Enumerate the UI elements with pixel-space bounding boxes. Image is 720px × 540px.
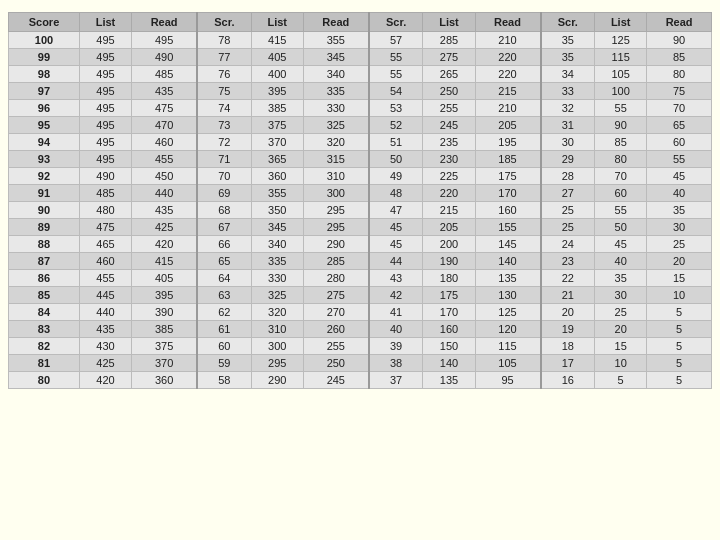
cell-r9-c3: 69	[197, 185, 251, 202]
cell-r8-c9: 28	[541, 168, 595, 185]
cell-r6-c9: 30	[541, 134, 595, 151]
cell-r18-c4: 300	[251, 338, 303, 355]
cell-r17-c9: 19	[541, 321, 595, 338]
cell-r11-c9: 25	[541, 219, 595, 236]
cell-r11-c7: 205	[423, 219, 475, 236]
col-header-10: List	[595, 13, 647, 32]
cell-r4-c7: 255	[423, 100, 475, 117]
table-row: 854453956332527542175130213010	[9, 287, 712, 304]
cell-r8-c5: 310	[303, 168, 369, 185]
cell-r19-c1: 425	[79, 355, 131, 372]
cell-r10-c8: 160	[475, 202, 541, 219]
cell-r0-c6: 57	[369, 32, 423, 49]
cell-r7-c8: 185	[475, 151, 541, 168]
cell-r3-c10: 100	[595, 83, 647, 100]
cell-r0-c4: 415	[251, 32, 303, 49]
cell-r20-c8: 95	[475, 372, 541, 389]
cell-r1-c5: 345	[303, 49, 369, 66]
cell-r4-c8: 210	[475, 100, 541, 117]
cell-r2-c0: 98	[9, 66, 80, 83]
cell-r16-c5: 270	[303, 304, 369, 321]
cell-r8-c0: 92	[9, 168, 80, 185]
cell-r4-c11: 70	[647, 100, 712, 117]
cell-r15-c5: 275	[303, 287, 369, 304]
cell-r16-c11: 5	[647, 304, 712, 321]
table-row: 874604156533528544190140234020	[9, 253, 712, 270]
cell-r1-c1: 495	[79, 49, 131, 66]
cell-r15-c1: 445	[79, 287, 131, 304]
cell-r11-c8: 155	[475, 219, 541, 236]
cell-r7-c2: 455	[132, 151, 198, 168]
cell-r19-c3: 59	[197, 355, 251, 372]
cell-r15-c7: 175	[423, 287, 475, 304]
cell-r5-c11: 65	[647, 117, 712, 134]
cell-r16-c10: 25	[595, 304, 647, 321]
cell-r1-c4: 405	[251, 49, 303, 66]
table-row: 894754256734529545205155255030	[9, 219, 712, 236]
table-row: 82430375603002553915011518155	[9, 338, 712, 355]
cell-r13-c10: 40	[595, 253, 647, 270]
cell-r17-c8: 120	[475, 321, 541, 338]
cell-r8-c4: 360	[251, 168, 303, 185]
table-row: 9749543575395335542502153310075	[9, 83, 712, 100]
cell-r18-c7: 150	[423, 338, 475, 355]
table-row: 804203605829024537135951655	[9, 372, 712, 389]
cell-r3-c11: 75	[647, 83, 712, 100]
cell-r20-c7: 135	[423, 372, 475, 389]
cell-r11-c4: 345	[251, 219, 303, 236]
cell-r19-c7: 140	[423, 355, 475, 372]
cell-r6-c8: 195	[475, 134, 541, 151]
cell-r2-c3: 76	[197, 66, 251, 83]
cell-r18-c9: 18	[541, 338, 595, 355]
cell-r20-c4: 290	[251, 372, 303, 389]
cell-r0-c3: 78	[197, 32, 251, 49]
cell-r5-c0: 95	[9, 117, 80, 134]
cell-r9-c0: 91	[9, 185, 80, 202]
col-header-3: Scr.	[197, 13, 251, 32]
cell-r2-c1: 495	[79, 66, 131, 83]
cell-r8-c6: 49	[369, 168, 423, 185]
cell-r11-c6: 45	[369, 219, 423, 236]
cell-r10-c4: 350	[251, 202, 303, 219]
cell-r9-c8: 170	[475, 185, 541, 202]
table-row: 914854406935530048220170276040	[9, 185, 712, 202]
cell-r3-c2: 435	[132, 83, 198, 100]
cell-r15-c8: 130	[475, 287, 541, 304]
table-row: 84440390623202704117012520255	[9, 304, 712, 321]
cell-r16-c9: 20	[541, 304, 595, 321]
cell-r0-c9: 35	[541, 32, 595, 49]
cell-r4-c5: 330	[303, 100, 369, 117]
cell-r4-c2: 475	[132, 100, 198, 117]
cell-r6-c2: 460	[132, 134, 198, 151]
cell-r12-c3: 66	[197, 236, 251, 253]
cell-r6-c0: 94	[9, 134, 80, 151]
cell-r13-c0: 87	[9, 253, 80, 270]
cell-r4-c4: 385	[251, 100, 303, 117]
cell-r15-c0: 85	[9, 287, 80, 304]
cell-r6-c6: 51	[369, 134, 423, 151]
table-row: 954954707337532552245205319065	[9, 117, 712, 134]
cell-r5-c2: 470	[132, 117, 198, 134]
cell-r9-c5: 300	[303, 185, 369, 202]
cell-r17-c11: 5	[647, 321, 712, 338]
cell-r2-c11: 80	[647, 66, 712, 83]
table-row: 81425370592952503814010517105	[9, 355, 712, 372]
cell-r16-c4: 320	[251, 304, 303, 321]
table-row: 9849548576400340552652203410580	[9, 66, 712, 83]
cell-r8-c7: 225	[423, 168, 475, 185]
cell-r19-c0: 81	[9, 355, 80, 372]
cell-r14-c6: 43	[369, 270, 423, 287]
cell-r14-c7: 180	[423, 270, 475, 287]
cell-r15-c4: 325	[251, 287, 303, 304]
cell-r7-c9: 29	[541, 151, 595, 168]
cell-r20-c10: 5	[595, 372, 647, 389]
cell-r15-c10: 30	[595, 287, 647, 304]
cell-r14-c8: 135	[475, 270, 541, 287]
cell-r10-c7: 215	[423, 202, 475, 219]
cell-r5-c1: 495	[79, 117, 131, 134]
cell-r4-c1: 495	[79, 100, 131, 117]
cell-r2-c8: 220	[475, 66, 541, 83]
cell-r14-c0: 86	[9, 270, 80, 287]
cell-r19-c9: 17	[541, 355, 595, 372]
cell-r0-c1: 495	[79, 32, 131, 49]
